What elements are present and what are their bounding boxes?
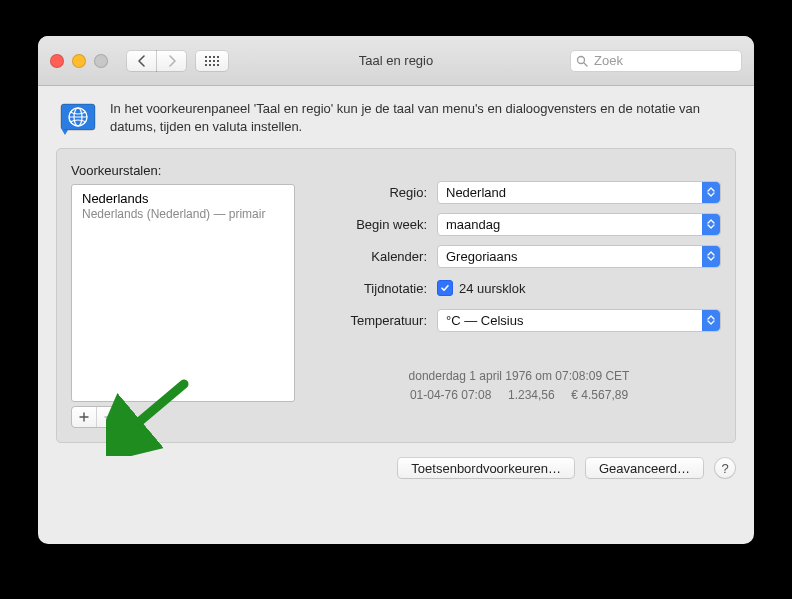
check-icon: [440, 283, 450, 293]
region-popup[interactable]: Nederland: [437, 181, 721, 204]
zoom-window-button[interactable]: [94, 54, 108, 68]
bottom-bar: Toetsenbordvoorkeuren… Geavanceerd… ?: [56, 457, 736, 479]
temperature-value: °C — Celsius: [446, 313, 523, 328]
language-sub: Nederlands (Nederland) — primair: [82, 207, 284, 221]
search-field-wrap[interactable]: [570, 50, 742, 72]
languages-label: Voorkeurstalen:: [71, 163, 295, 178]
svg-line-1: [584, 63, 587, 66]
forward-button[interactable]: [156, 50, 187, 72]
temperature-label: Temperatuur:: [317, 313, 427, 328]
languages-list[interactable]: Nederlands Nederlands (Nederland) — prim…: [71, 184, 295, 402]
search-input[interactable]: [592, 52, 736, 69]
popup-arrows-icon: [702, 214, 720, 235]
calendar-popup[interactable]: Gregoriaans: [437, 245, 721, 268]
add-remove-group: [71, 406, 122, 428]
example-line-2: 01-04-76 07:08 1.234,56 € 4.567,89: [317, 386, 721, 405]
region-settings: Regio: Nederland Begin week: maandag: [317, 163, 721, 428]
window-controls: [50, 54, 108, 68]
toolbar: Taal en regio: [38, 36, 754, 86]
nav-back-forward: [126, 50, 187, 72]
close-window-button[interactable]: [50, 54, 64, 68]
show-all-button[interactable]: [195, 50, 229, 72]
advanced-button[interactable]: Geavanceerd…: [585, 457, 704, 479]
plus-icon: [79, 412, 89, 422]
grid-icon: [205, 56, 219, 66]
add-language-button[interactable]: [72, 407, 96, 427]
minus-icon: [104, 412, 114, 422]
settings-panel: Voorkeurstalen: Nederlands Nederlands (N…: [56, 148, 736, 443]
svg-point-0: [578, 56, 585, 63]
content: In het voorkeurenpaneel 'Taal en regio' …: [38, 86, 754, 491]
help-button[interactable]: ?: [714, 457, 736, 479]
24h-checkbox[interactable]: [437, 280, 453, 296]
calendar-value: Gregoriaans: [446, 249, 518, 264]
languages-column: Voorkeurstalen: Nederlands Nederlands (N…: [71, 163, 295, 428]
region-label: Regio:: [317, 185, 427, 200]
first-day-label: Begin week:: [317, 217, 427, 232]
popup-arrows-icon: [702, 310, 720, 331]
format-examples: donderdag 1 april 1976 om 07:08:09 CET 0…: [317, 367, 721, 405]
first-day-value: maandag: [446, 217, 500, 232]
language-name: Nederlands: [82, 191, 284, 206]
first-day-popup[interactable]: maandag: [437, 213, 721, 236]
keyboard-prefs-button[interactable]: Toetsenbordvoorkeuren…: [397, 457, 575, 479]
example-line-1: donderdag 1 april 1976 om 07:08:09 CET: [317, 367, 721, 386]
time-format-label: Tijdnotatie:: [317, 281, 427, 296]
language-item[interactable]: Nederlands Nederlands (Nederland) — prim…: [72, 185, 294, 225]
calendar-label: Kalender:: [317, 249, 427, 264]
popup-arrows-icon: [702, 246, 720, 267]
search-icon: [576, 55, 588, 67]
intro: In het voorkeurenpaneel 'Taal en regio' …: [56, 100, 736, 148]
popup-arrows-icon: [702, 182, 720, 203]
minimize-window-button[interactable]: [72, 54, 86, 68]
globe-flag-icon: [60, 100, 96, 136]
preferences-window: Taal en regio: [38, 36, 754, 544]
region-value: Nederland: [446, 185, 506, 200]
back-button[interactable]: [126, 50, 156, 72]
24h-label: 24 uursklok: [459, 281, 525, 296]
temperature-popup[interactable]: °C — Celsius: [437, 309, 721, 332]
intro-text: In het voorkeurenpaneel 'Taal en regio' …: [110, 100, 732, 136]
remove-language-button[interactable]: [96, 407, 121, 427]
